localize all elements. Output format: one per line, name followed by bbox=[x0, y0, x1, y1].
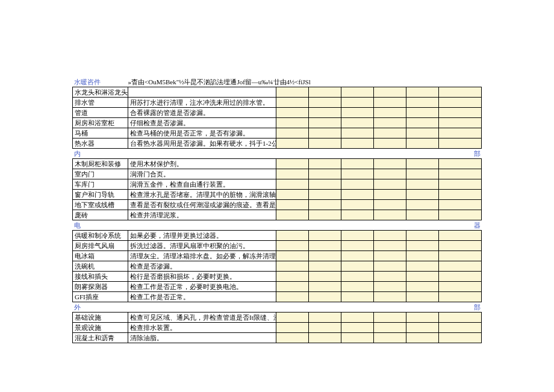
blank-cell bbox=[374, 251, 406, 261]
checklist-table: 水暖咨件»杳由<OuM5Bek"½斗昆不汹諂法埋通Jof留—u‰¼廿由4½<fí… bbox=[72, 77, 482, 343]
blank-cell bbox=[439, 251, 482, 261]
blank-cell bbox=[309, 313, 341, 323]
blank-cell bbox=[439, 108, 482, 118]
blank-cell bbox=[406, 179, 439, 190]
blank-cell bbox=[374, 261, 406, 272]
table-row: 厨房和浴室柜仔细检查是否渗漏。 bbox=[73, 118, 482, 128]
table-row: 车库门润滑五金件，检查自由通行装置。 bbox=[73, 179, 482, 190]
blank-cell bbox=[374, 98, 406, 108]
blank-cell bbox=[276, 272, 309, 282]
blank-cell bbox=[341, 261, 374, 272]
row-desc: 检查工作是否正常，必要时更换电池。 bbox=[128, 282, 276, 292]
row-label: 供暖和制冷系统 bbox=[73, 231, 128, 241]
blank-cell bbox=[276, 190, 309, 200]
blank-cell bbox=[406, 138, 439, 149]
blank-cell bbox=[439, 261, 482, 272]
table-row: 景观设施检查排水装置。 bbox=[73, 323, 482, 333]
blank-cell bbox=[341, 231, 374, 241]
blank-cell bbox=[406, 169, 439, 179]
blank-cell bbox=[374, 313, 406, 323]
blank-cell bbox=[276, 231, 309, 241]
table-row: 水龙头和淋浴龙头 bbox=[73, 87, 482, 98]
blank-cell bbox=[341, 169, 374, 179]
table-row: 热水器台看热水器周用是否渗漏。如果有硬水，抖于1-2公升水。 bbox=[73, 138, 482, 149]
row-label: GFI插座 bbox=[73, 292, 128, 302]
blank-cell bbox=[439, 292, 482, 302]
row-desc bbox=[128, 87, 276, 98]
row-label: 洗碗机 bbox=[73, 261, 128, 272]
table-row: 马桶检查马桶的使用是否正常，是否有渗漏。 bbox=[73, 128, 482, 138]
section-spacer bbox=[128, 149, 276, 159]
row-label: 接线和插头 bbox=[73, 272, 128, 282]
blank-cell bbox=[374, 179, 406, 190]
blank-cell bbox=[439, 159, 482, 169]
row-label: 排水管 bbox=[73, 98, 128, 108]
row-label: 电冰箱 bbox=[73, 251, 128, 261]
section-title: 电 bbox=[73, 220, 128, 231]
blank-cell bbox=[341, 251, 374, 261]
row-label: 地下室或线槽 bbox=[73, 200, 128, 210]
blank-cell bbox=[276, 333, 309, 343]
blank-cell bbox=[276, 179, 309, 190]
table-row: 管道合看裸露的管道是否渗漏。 bbox=[73, 108, 482, 118]
row-desc: 清理灰尘。清理冰箱排水盘。如必要，解冻并清理冷冻室。 bbox=[128, 251, 276, 261]
section-title: 外 bbox=[73, 302, 128, 313]
blank-cell bbox=[276, 169, 309, 179]
section-title-right: 部 bbox=[439, 149, 482, 159]
table-row: 电冰箱清理灰尘。清理冰箱排水盘。如必要，解冻并清理冷冻室。 bbox=[73, 251, 482, 261]
blank-cell bbox=[341, 179, 374, 190]
blank-cell bbox=[276, 313, 309, 323]
row-desc: 检查井清理泥浆。 bbox=[128, 210, 276, 220]
blank-cell bbox=[309, 282, 341, 292]
blank-cell bbox=[341, 313, 374, 323]
blank-cell bbox=[406, 292, 439, 302]
blank-cell bbox=[341, 282, 374, 292]
section-title: 水暖咨件 bbox=[73, 77, 128, 87]
row-desc: 台看热水器周用是否渗漏。如果有硬水，抖于1-2公升水。 bbox=[128, 138, 276, 149]
row-desc: 润滑五金件，检查自由通行装置。 bbox=[128, 179, 276, 190]
row-desc: 检查排水装置。 bbox=[128, 323, 276, 333]
blank-cell bbox=[374, 241, 406, 251]
blank-cell bbox=[439, 87, 482, 98]
blank-cell bbox=[341, 241, 374, 251]
blank-cell bbox=[439, 118, 482, 128]
blank-cell bbox=[341, 138, 374, 149]
blank-cell bbox=[276, 118, 309, 128]
blank-cell bbox=[341, 272, 374, 282]
table-row: 木制厨柜和装修使用木材保护剂。 bbox=[73, 159, 482, 169]
row-label: 朗雾探测器 bbox=[73, 282, 128, 292]
blank-cell bbox=[276, 323, 309, 333]
blank-cell bbox=[374, 231, 406, 241]
blank-cell bbox=[406, 272, 439, 282]
blank-cell bbox=[341, 159, 374, 169]
blank-cell bbox=[276, 138, 309, 149]
blank-cell bbox=[406, 108, 439, 118]
blank-cell bbox=[276, 282, 309, 292]
blank-cell bbox=[406, 128, 439, 138]
row-desc: 合看裸露的管道是否渗漏。 bbox=[128, 108, 276, 118]
table-row: 朗雾探测器检查工作是否正常，必要时更换电池。 bbox=[73, 282, 482, 292]
blank-cell bbox=[439, 313, 482, 323]
blank-cell bbox=[406, 87, 439, 98]
blank-cell bbox=[309, 98, 341, 108]
blank-cell bbox=[309, 292, 341, 302]
blank-cell bbox=[309, 261, 341, 272]
blank-cell bbox=[309, 179, 341, 190]
row-desc: 检查可见区域、通风孔，井检查管道是否It限缝、漆漏或堵塞。 bbox=[128, 313, 276, 323]
blank-cell bbox=[309, 251, 341, 261]
blank-cell bbox=[439, 231, 482, 241]
row-label: 混凝土和沥青 bbox=[73, 333, 128, 343]
blank-cell bbox=[341, 323, 374, 333]
blank-cell bbox=[276, 128, 309, 138]
row-label: 基础设施 bbox=[73, 313, 128, 323]
blank-cell bbox=[374, 138, 406, 149]
blank-cell bbox=[374, 210, 406, 220]
row-label: 车库门 bbox=[73, 179, 128, 190]
blank-cell bbox=[341, 210, 374, 220]
row-label: 庞砖 bbox=[73, 210, 128, 220]
blank-cell bbox=[309, 241, 341, 251]
blank-cell bbox=[406, 313, 439, 323]
blank-cell bbox=[374, 292, 406, 302]
section-spacer bbox=[128, 220, 276, 231]
row-desc: 检查是否渗漏。 bbox=[128, 261, 276, 272]
